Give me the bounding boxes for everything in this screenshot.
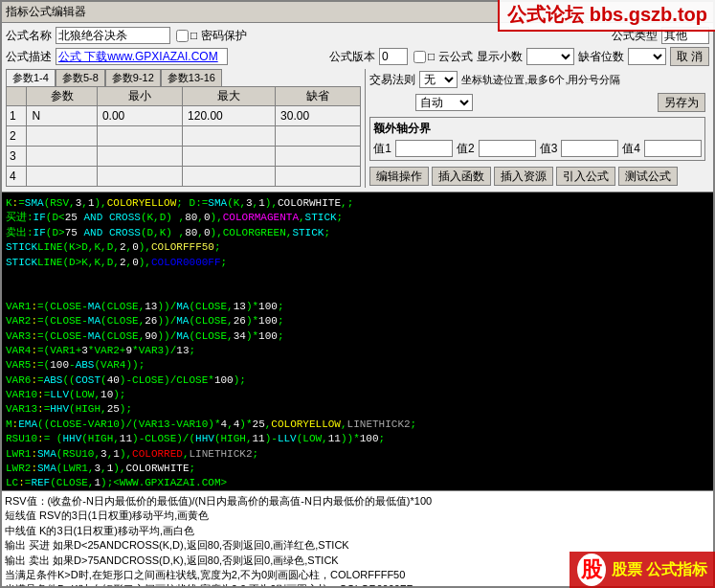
formula-desc-input[interactable] <box>56 48 228 65</box>
main-window: 指标公式编辑器 公式论坛 bbs.gszb.top 公式名称 □ 密码保护 公式… <box>0 0 715 588</box>
formula-name-label: 公式名称 <box>6 28 52 44</box>
formula-desc-row: 公式描述 公式版本 □ 云公式 显示小数 缺省位数 取 消 <box>6 47 709 66</box>
col-id <box>7 87 27 106</box>
edit-ops-button[interactable]: 编辑操作 <box>369 167 429 186</box>
params-row-1: 1 <box>7 106 361 126</box>
cloud-checkbox[interactable] <box>413 51 426 63</box>
watermark1: 公式论坛 bbs.gszb.top <box>498 0 715 32</box>
formula-desc-label: 公式描述 <box>6 49 52 65</box>
window-title: 指标公式编辑器 <box>6 4 86 20</box>
coord-label: 坐标轨迹位置,最多6个,用分号分隔 <box>461 73 620 87</box>
params-row-4: 4 <box>7 167 361 187</box>
top-section: 公式名称 □ 密码保护 公式类型 公式描述 公式版本 □ 云公式 显示小数 缺省… <box>2 23 713 192</box>
insert-func-button[interactable]: 插入函数 <box>432 167 491 186</box>
formula-editor[interactable]: K:=SMA(RSV,3,1),COLORYELLOW; D:=SMA(K,3,… <box>2 192 713 490</box>
row-id: 4 <box>7 167 27 187</box>
val4-input[interactable] <box>644 140 702 157</box>
col-max: 最大 <box>183 87 276 106</box>
param-default-1[interactable] <box>279 107 326 124</box>
param-default-4[interactable] <box>279 168 326 185</box>
val3-input[interactable] <box>561 140 618 157</box>
param-min-3[interactable] <box>101 147 148 165</box>
main-panels: 参数1-4 参数5-8 参数9-12 参数13-16 参数 最小 最大 缺省 <box>6 69 709 188</box>
decimal-label: 显示小数 <box>477 49 523 65</box>
watermark2: 股 股票 公式指标 <box>570 552 715 588</box>
val2-label: 值2 <box>457 141 475 157</box>
title-bar: 指标公式编辑器 公式论坛 bbs.gszb.top <box>2 2 713 23</box>
password-checkbox[interactable] <box>176 30 189 42</box>
cloud-label: □ 云公式 <box>428 49 473 65</box>
param-default-3[interactable] <box>279 147 326 165</box>
params-tab-13-16[interactable]: 参数13-16 <box>161 69 222 86</box>
formula-name-input[interactable] <box>56 27 170 44</box>
row-id: 1 <box>7 106 27 126</box>
auto-row: 自动 另存为 <box>369 93 705 112</box>
col-name: 参数 <box>27 87 98 106</box>
param-min-2[interactable] <box>101 127 148 145</box>
params-tabs: 参数1-4 参数5-8 参数9-12 参数13-16 <box>6 69 361 86</box>
param-name-4[interactable] <box>30 168 68 185</box>
param-min-1[interactable] <box>101 107 148 124</box>
axis-values-row: 值1 值2 值3 值4 <box>373 140 702 157</box>
right-settings-panel: 交易法则 无 坐标轨迹位置,最多6个,用分号分隔 自动 另存为 额外轴分界 <box>365 69 709 188</box>
axis-boundary-box: 额外轴分界 值1 值2 值3 值4 <box>369 117 705 161</box>
desc-line: RSV值：(收盘价-N日内最低价的最低值)/(N日内最高价的最高值-N日内最低价… <box>5 494 710 509</box>
formula-version-input[interactable] <box>379 48 408 65</box>
val1-input[interactable] <box>395 140 453 157</box>
row-id: 2 <box>7 126 27 147</box>
desc-line: 中线值 K的3日(1日权重)移动平均,画白色 <box>5 524 710 538</box>
missing-label: 缺省位数 <box>578 49 624 65</box>
val1-label: 值1 <box>373 141 391 157</box>
params-row-3: 3 <box>7 147 361 167</box>
params-tab-9-12[interactable]: 参数9-12 <box>105 69 161 86</box>
insert-source-button[interactable]: 插入资源 <box>494 167 553 186</box>
val3-label: 值3 <box>540 141 558 157</box>
params-tab-1-4[interactable]: 参数1-4 <box>6 69 56 86</box>
save-as-button[interactable]: 另存为 <box>658 93 705 112</box>
col-min: 最小 <box>97 87 182 106</box>
param-max-3[interactable] <box>186 147 238 165</box>
trade-rule-row: 交易法则 无 坐标轨迹位置,最多6个,用分号分隔 <box>369 71 705 88</box>
import-formula-button[interactable]: 引入公式 <box>556 167 615 186</box>
param-name-2[interactable] <box>30 127 68 145</box>
param-min-4[interactable] <box>101 168 148 185</box>
param-max-1[interactable] <box>186 107 238 124</box>
formula-version-label: 公式版本 <box>329 49 375 65</box>
decimal-select[interactable] <box>526 48 574 65</box>
val2-input[interactable] <box>479 140 536 157</box>
param-name-1[interactable] <box>30 107 68 124</box>
params-panel: 参数1-4 参数5-8 参数9-12 参数13-16 参数 最小 最大 缺省 <box>6 69 361 188</box>
axis-boundary-label: 额外轴分界 <box>373 121 702 137</box>
action-buttons: 编辑操作 插入函数 插入资源 引入公式 测试公式 <box>369 167 705 186</box>
test-formula-button[interactable]: 测试公式 <box>618 167 678 186</box>
password-label: □ 密码保护 <box>190 28 247 44</box>
params-row-2: 2 <box>7 126 361 147</box>
trade-rule-select[interactable]: 无 <box>419 71 458 88</box>
col-default: 缺省 <box>276 87 361 106</box>
missing-select[interactable] <box>628 48 666 65</box>
trade-rule-label: 交易法则 <box>369 72 415 88</box>
row-id: 3 <box>7 147 27 167</box>
params-table: 参数 最小 最大 缺省 1 2 3 4 <box>6 86 361 187</box>
param-default-2[interactable] <box>279 127 326 145</box>
desc-line: 短线值 RSV的3日(1日权重)移动平均,画黄色 <box>5 509 710 523</box>
auto-select[interactable]: 自动 <box>415 94 473 111</box>
editor-section: K:=SMA(RSV,3,1),COLORYELLOW; D:=SMA(K,3,… <box>2 192 713 586</box>
cancel-button[interactable]: 取 消 <box>670 47 709 66</box>
val4-label: 值4 <box>622 141 640 157</box>
params-tab-5-8[interactable]: 参数5-8 <box>56 69 105 86</box>
param-max-2[interactable] <box>186 127 238 145</box>
param-max-4[interactable] <box>186 168 238 185</box>
param-name-3[interactable] <box>30 147 68 165</box>
